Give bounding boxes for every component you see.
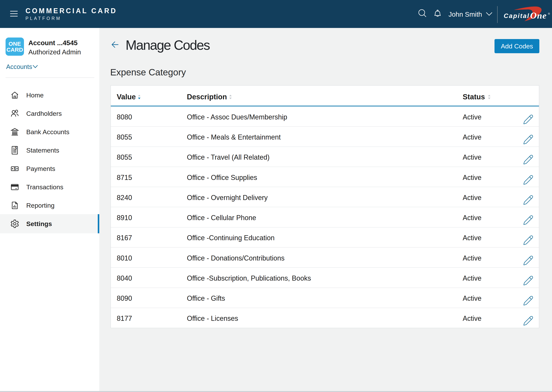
svg-text:$: $ xyxy=(14,167,16,171)
svg-text:One: One xyxy=(530,11,547,21)
svg-text:$: $ xyxy=(15,146,17,150)
svg-text:®: ® xyxy=(548,12,550,15)
svg-text:Capital: Capital xyxy=(504,12,530,19)
